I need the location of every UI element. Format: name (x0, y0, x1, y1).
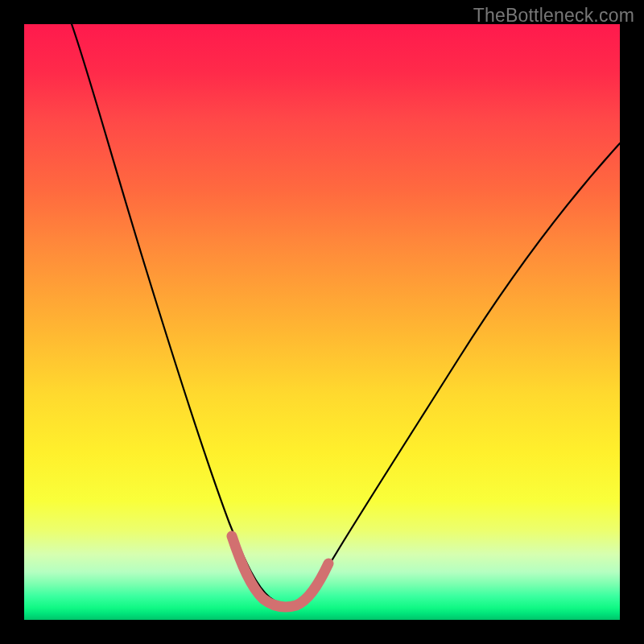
watermark-text: TheBottleneck.com (473, 5, 634, 27)
chart-frame: TheBottleneck.com (0, 0, 644, 644)
optimal-highlight (232, 536, 328, 607)
plot-area (24, 24, 620, 620)
bottleneck-curve (72, 24, 620, 605)
curve-layer (24, 24, 620, 620)
